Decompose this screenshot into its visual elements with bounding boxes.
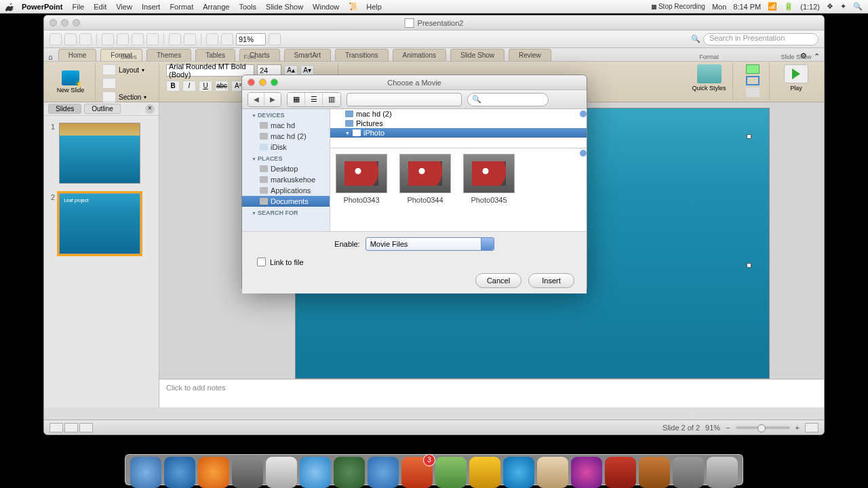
search-input[interactable]: Search in Presentation — [703, 33, 818, 45]
dialog-titlebar[interactable]: Choose a Movie — [242, 75, 587, 90]
sidebar-item-desktop[interactable]: Desktop — [242, 163, 330, 174]
zoom-button[interactable] — [73, 19, 80, 26]
list-view-icon[interactable]: ☰ — [305, 93, 323, 106]
sidebar-item-documents[interactable]: Documents — [242, 196, 330, 207]
shape-effects-icon[interactable] — [746, 87, 760, 97]
font-name-combo[interactable]: Arial Rounded MT Bold (Body) — [166, 64, 254, 77]
tab-review[interactable]: Review — [509, 49, 551, 61]
menu-edit[interactable]: Edit — [94, 3, 106, 11]
menu-tools[interactable]: Tools — [239, 3, 256, 11]
insert-icon[interactable] — [206, 33, 218, 45]
insert-button[interactable]: Insert — [528, 273, 574, 288]
shape-outline-icon[interactable] — [746, 76, 760, 85]
sidebar-item-applications[interactable]: Applications — [242, 185, 330, 196]
section-icon[interactable] — [102, 92, 116, 102]
menu-insert[interactable]: Insert — [142, 3, 161, 11]
sidebar-item-machd2[interactable]: mac hd (2) — [242, 131, 330, 142]
tab-animations[interactable]: Animations — [393, 49, 446, 61]
cancel-button[interactable]: Cancel — [475, 273, 521, 288]
slide-thumb[interactable]: 2 Leaf project — [51, 193, 152, 254]
bold-icon[interactable]: B — [166, 81, 180, 92]
tab-transitions[interactable]: Transitions — [335, 49, 389, 61]
menu-slideshow[interactable]: Slide Show — [266, 3, 303, 11]
notes-pane[interactable]: Click to add notes — [159, 379, 824, 407]
apple-logo-icon[interactable] — [5, 2, 15, 12]
finder-icon[interactable] — [130, 457, 161, 488]
folder-row[interactable]: Pictures — [330, 119, 587, 128]
close-panel-icon[interactable]: × — [145, 104, 155, 114]
menu-help[interactable]: Help — [366, 3, 382, 11]
mail-icon[interactable] — [401, 457, 433, 488]
link-to-file-label[interactable]: Link to file — [270, 258, 304, 266]
reset-icon[interactable] — [102, 78, 116, 89]
app-name[interactable]: PowerPoint — [22, 3, 63, 11]
fit-window-icon[interactable] — [805, 423, 818, 432]
sidebar-search-header[interactable]: SEARCH FOR — [242, 207, 330, 218]
sidebar-item-idisk[interactable]: iDisk — [242, 142, 330, 152]
menu-window[interactable]: Window — [313, 3, 339, 11]
normal-view-icon[interactable] — [50, 423, 63, 432]
app-f-icon[interactable] — [469, 457, 500, 488]
sidebar-item-machd[interactable]: mac hd — [242, 120, 330, 131]
icon-view-icon[interactable]: ▦ — [288, 93, 305, 106]
zoom-slider[interactable] — [736, 426, 790, 429]
menubar-extra2-icon[interactable]: ✦ — [840, 2, 846, 11]
sidebar-devices-header[interactable]: DEVICES — [242, 109, 330, 120]
powerpoint-dock-icon[interactable] — [605, 457, 636, 488]
dialog-search-input[interactable]: 🔍 — [467, 93, 549, 106]
menu-arrange[interactable]: Arrange — [203, 3, 229, 11]
utorrent-icon[interactable] — [334, 457, 365, 488]
new-slide-button[interactable]: New Slide — [52, 64, 89, 99]
folder-list[interactable]: mac hd (2) Pictures ▼iPhoto — [330, 109, 587, 148]
layout-icon[interactable] — [102, 64, 116, 75]
outline-tab[interactable]: Outline — [84, 104, 121, 114]
print-icon[interactable] — [79, 33, 92, 45]
folder-row-iphoto[interactable]: ▼iPhoto — [330, 128, 587, 138]
ribbon-home-icon[interactable]: ⌂ — [48, 53, 53, 61]
strike-icon[interactable]: abc — [215, 81, 229, 92]
menu-format[interactable]: Format — [170, 3, 193, 11]
tab-home[interactable]: Home — [58, 49, 97, 61]
paste-icon[interactable] — [132, 33, 144, 45]
quicktime-icon[interactable] — [503, 457, 534, 488]
file-item[interactable]: Photo0344 — [399, 154, 451, 226]
scripts-icon[interactable]: 📜 — [349, 2, 358, 11]
hdd-icon[interactable] — [232, 457, 263, 488]
dialog-zoom-button[interactable] — [271, 79, 278, 86]
file-grid[interactable]: Photo0343 Photo0344 Photo0345 — [330, 148, 587, 231]
itunes-icon[interactable] — [164, 457, 195, 488]
battery-icon[interactable]: 🔋 — [784, 2, 793, 11]
safari-icon[interactable] — [300, 457, 331, 488]
italic-icon[interactable]: I — [182, 81, 196, 92]
format-painter-icon[interactable] — [146, 33, 159, 45]
office-icon[interactable] — [435, 457, 467, 488]
play-slideshow-button[interactable] — [784, 64, 808, 83]
dialog-close-button[interactable] — [248, 79, 255, 86]
enable-dropdown[interactable]: Movie Files — [366, 237, 494, 251]
quick-styles-icon[interactable] — [697, 64, 722, 83]
menubar-extra-icon[interactable]: ❖ — [827, 2, 833, 11]
slide-thumb[interactable]: 1 — [51, 123, 152, 184]
close-button[interactable] — [50, 19, 57, 26]
sidebar-places-header[interactable]: PLACES — [242, 152, 330, 163]
file-item[interactable]: Photo0345 — [463, 154, 515, 226]
firefox-icon[interactable] — [198, 457, 229, 488]
appstore-icon[interactable] — [368, 457, 399, 488]
link-to-file-checkbox[interactable] — [257, 258, 266, 266]
preview-icon[interactable] — [266, 457, 297, 488]
undo-icon[interactable] — [169, 33, 181, 45]
redo-icon[interactable] — [184, 33, 196, 45]
path-dropdown[interactable] — [347, 93, 462, 106]
zoom-in-icon[interactable]: + — [795, 424, 800, 432]
forward-button[interactable]: ▶ — [264, 93, 281, 106]
underline-icon[interactable]: U — [199, 81, 212, 92]
sidebar-item-home[interactable]: markuskehoe — [242, 174, 330, 185]
copy-icon[interactable] — [117, 33, 129, 45]
zoom-out-icon[interactable]: − — [726, 424, 730, 432]
shapes-icon[interactable] — [221, 33, 233, 45]
shape-fill-icon[interactable] — [746, 64, 760, 74]
zoom-combo[interactable]: 91% — [236, 33, 266, 45]
save-icon[interactable] — [64, 33, 77, 45]
folder-icon[interactable] — [639, 457, 670, 488]
tab-slideshow[interactable]: Slide Show — [450, 49, 505, 61]
